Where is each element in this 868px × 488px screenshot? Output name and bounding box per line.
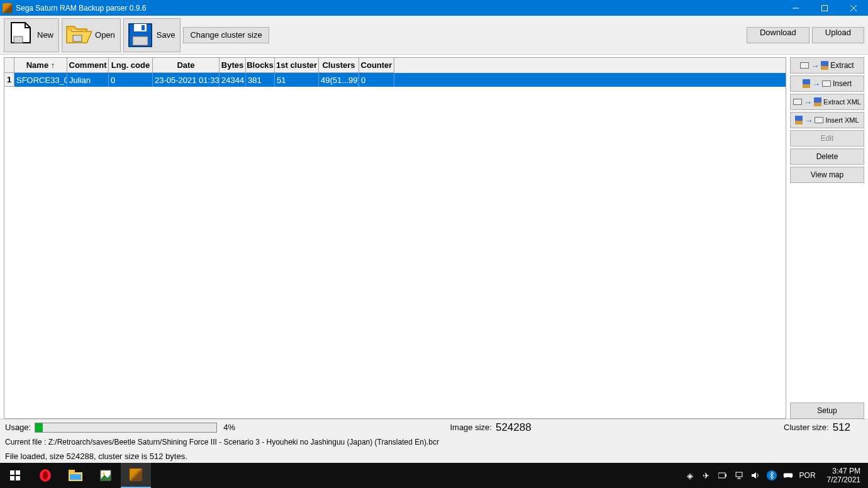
- insert-button[interactable]: → Insert: [790, 75, 864, 92]
- start-button[interactable]: [0, 463, 30, 488]
- grid-header-date[interactable]: Date: [153, 58, 220, 73]
- svg-rect-12: [10, 476, 14, 480]
- delete-button[interactable]: Delete: [790, 148, 864, 165]
- status-bar-message: File loaded, size 524288, cluster size i…: [0, 449, 868, 463]
- svg-rect-21: [718, 473, 725, 478]
- current-file-text: Current file : Z:/Retroarch/saves/Beetle…: [5, 438, 439, 446]
- cell-counter: 0: [359, 73, 394, 87]
- grid-header-rownum[interactable]: [4, 58, 14, 73]
- arrow-right-icon: →: [804, 97, 812, 107]
- grid-header-blocks[interactable]: Blocks: [246, 58, 275, 73]
- card-icon: [793, 99, 802, 105]
- toolbar: New Open Save Change cluster size Downlo…: [0, 16, 868, 55]
- view-map-button[interactable]: View map: [790, 167, 864, 183]
- svg-rect-10: [10, 470, 14, 475]
- card-icon: [815, 117, 823, 123]
- taskbar-app-paint[interactable]: [91, 463, 121, 488]
- imagesize-label: Image size:: [450, 423, 491, 432]
- maximize-button[interactable]: [810, 0, 839, 16]
- arrow-right-icon: →: [804, 116, 813, 125]
- close-button[interactable]: [839, 0, 868, 16]
- grid-header-bytes[interactable]: Bytes: [220, 58, 246, 73]
- imagesize-value: 524288: [496, 421, 531, 434]
- save-label: Save: [157, 30, 175, 40]
- data-grid[interactable]: Name ↑ Comment Lng. code Date Bytes Bloc…: [4, 57, 786, 419]
- svg-point-20: [103, 472, 105, 475]
- system-tray[interactable]: ◈ ✈ POR 3:47 PM 7/27/2021: [685, 467, 868, 485]
- save-button[interactable]: Save: [123, 18, 181, 52]
- sprite-icon: [795, 116, 803, 125]
- insert-label: Insert: [833, 79, 852, 88]
- svg-rect-8: [142, 25, 145, 30]
- svg-rect-17: [69, 470, 75, 474]
- cell-clusters: 49(51...99): [319, 73, 359, 87]
- sprite-icon: [803, 79, 810, 88]
- minimize-button[interactable]: [781, 0, 810, 16]
- titlebar: Sega Saturn RAM Backup parser 0.9.6: [0, 0, 868, 16]
- open-label: Open: [95, 30, 115, 40]
- arrow-right-icon: →: [811, 61, 819, 70]
- usage-progress-bar: [35, 423, 217, 433]
- grid-header-first[interactable]: 1st cluster: [275, 58, 319, 73]
- cell-name: SFORCE33_01: [14, 73, 67, 87]
- change-cluster-label: Change cluster size: [190, 30, 262, 40]
- setup-button[interactable]: Setup: [790, 402, 864, 419]
- clock-date: 7/27/2021: [827, 475, 860, 484]
- clock-time: 3:47 PM: [827, 467, 860, 475]
- windows-taskbar[interactable]: ◈ ✈ POR 3:47 PM 7/27/2021: [0, 463, 868, 488]
- tray-clock[interactable]: 3:47 PM 7/27/2021: [822, 467, 865, 485]
- grid-header-name[interactable]: Name ↑: [14, 58, 67, 73]
- tray-volume-icon[interactable]: [750, 470, 760, 480]
- status-message: File loaded, size 524288, cluster size i…: [5, 452, 187, 461]
- taskbar-app-current[interactable]: [121, 463, 151, 488]
- download-button[interactable]: Download: [747, 27, 810, 43]
- new-file-icon: [7, 21, 35, 49]
- arrow-right-icon: →: [812, 79, 820, 89]
- tray-icon[interactable]: ◈: [685, 470, 695, 480]
- extract-button[interactable]: → Extract: [790, 57, 864, 74]
- taskbar-app-opera[interactable]: [30, 463, 60, 488]
- open-button[interactable]: Open: [62, 18, 121, 52]
- tray-language[interactable]: POR: [799, 471, 816, 480]
- main-area: Name ↑ Comment Lng. code Date Bytes Bloc…: [0, 55, 868, 419]
- upload-button[interactable]: Upload: [812, 27, 864, 43]
- cell-comment: Julian: [67, 73, 109, 87]
- tray-bluetooth-icon[interactable]: [767, 470, 777, 480]
- grid-header-comment[interactable]: Comment: [67, 58, 109, 73]
- new-button[interactable]: New: [4, 18, 59, 52]
- taskbar-app-explorer[interactable]: [60, 463, 91, 488]
- table-row[interactable]: 1 SFORCE33_01 Julian 0 23-05-2021 01:33 …: [4, 73, 786, 87]
- svg-point-15: [43, 471, 48, 480]
- side-button-panel: → Extract → Insert → Extract XML → Inser…: [786, 55, 868, 419]
- insert-xml-label: Insert XML: [825, 116, 859, 124]
- cell-first: 51: [275, 73, 319, 87]
- tray-network-icon[interactable]: [734, 470, 744, 480]
- grid-header-lng[interactable]: Lng. code: [109, 58, 153, 73]
- svg-rect-9: [133, 36, 148, 45]
- app-icon: [130, 469, 142, 481]
- cell-blocks: 381: [246, 73, 275, 87]
- change-cluster-size-button[interactable]: Change cluster size: [183, 27, 269, 43]
- insert-xml-button[interactable]: → Insert XML: [790, 112, 864, 128]
- card-icon: [800, 62, 809, 69]
- cell-lng: 0: [109, 73, 153, 87]
- grid-header-counter[interactable]: Counter: [359, 58, 394, 73]
- usage-label: Usage:: [5, 423, 31, 432]
- svg-rect-18: [70, 474, 81, 480]
- open-folder-icon: [65, 21, 92, 49]
- grid-header-clusters[interactable]: Clusters: [319, 58, 359, 73]
- app-icon: [3, 3, 13, 13]
- svg-rect-11: [16, 470, 20, 475]
- cell-date: 23-05-2021 01:33: [153, 73, 220, 87]
- extract-xml-button[interactable]: → Extract XML: [790, 94, 864, 110]
- tray-icon[interactable]: ✈: [701, 470, 711, 480]
- edit-button[interactable]: Edit: [790, 130, 864, 147]
- svg-rect-4: [14, 36, 23, 43]
- tray-battery-icon[interactable]: [718, 470, 728, 480]
- sprite-icon: [814, 97, 821, 106]
- tray-gamepad-icon[interactable]: [783, 470, 793, 480]
- save-floppy-icon: [126, 21, 154, 49]
- card-icon: [822, 80, 831, 87]
- usage-percent: 4%: [223, 423, 235, 432]
- svg-rect-23: [736, 472, 742, 477]
